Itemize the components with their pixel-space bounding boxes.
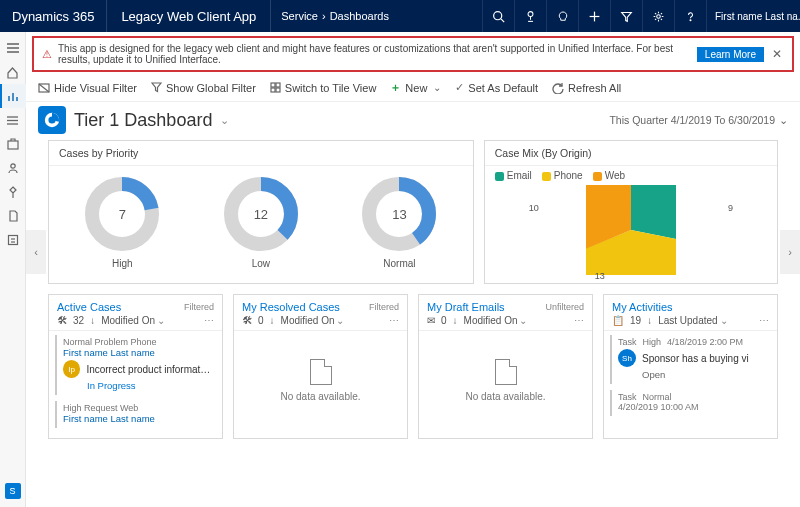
list-item[interactable]: Normal Problem Phone First name Last nam…: [55, 335, 216, 395]
top-nav: Dynamics 365 Legacy Web Client App Servi…: [0, 0, 800, 32]
sort-down-icon[interactable]: ↓: [647, 315, 652, 326]
more-icon[interactable]: ⋯: [389, 315, 399, 326]
panel-title[interactable]: Active Cases: [57, 301, 121, 313]
case-mix-card[interactable]: Case Mix (By Origin) Email Phone Web: [484, 140, 778, 284]
alert-message: This app is designed for the legacy web …: [58, 43, 691, 65]
more-icon[interactable]: ⋯: [204, 315, 214, 326]
clipboard-icon[interactable]: 📋: [612, 315, 624, 326]
sort-down-icon[interactable]: ↓: [270, 315, 275, 326]
page-title: Tier 1 Dashboard: [74, 110, 212, 131]
svg-line-22: [39, 84, 49, 92]
list-item[interactable]: TaskHigh4/18/2019 2:00 PM ShSponsor has …: [610, 335, 771, 384]
app-name[interactable]: Legacy Web Client App: [107, 0, 271, 32]
filter-state: Filtered: [369, 302, 399, 312]
learn-more-button[interactable]: Learn More: [697, 47, 764, 62]
panel-title[interactable]: My Draft Emails: [427, 301, 505, 313]
left-rail: S: [0, 32, 26, 507]
home-icon[interactable]: [0, 60, 26, 84]
search-icon[interactable]: [482, 0, 514, 32]
sort-by-picker[interactable]: Last Updated: [658, 315, 728, 326]
donut-label: Low: [219, 258, 303, 269]
dashboards-icon[interactable]: [0, 84, 26, 108]
user-menu[interactable]: First name Last na...: [706, 0, 800, 32]
case-owner-link[interactable]: First name Last name: [63, 413, 212, 424]
donut-high[interactable]: 7 High: [80, 172, 164, 269]
mail-icon[interactable]: ✉: [427, 315, 435, 326]
cases-icon[interactable]: [0, 204, 26, 228]
scroll-left-button[interactable]: ‹: [26, 230, 46, 274]
donut-normal[interactable]: 13 Normal: [357, 172, 441, 269]
sort-by-picker[interactable]: Modified On: [281, 315, 345, 326]
card-title: Case Mix (By Origin): [485, 141, 777, 166]
swatch-phone: [542, 172, 551, 181]
filter-icon[interactable]: [610, 0, 642, 32]
cases-by-priority-card[interactable]: Cases by Priority 7 High 12 Low 13 Norma: [48, 140, 474, 284]
lightbulb-icon[interactable]: [546, 0, 578, 32]
svg-rect-18: [8, 236, 17, 245]
show-global-filter-button[interactable]: Show Global Filter: [151, 82, 256, 94]
knowledge-icon[interactable]: [0, 180, 26, 204]
set-default-button[interactable]: ✓Set As Default: [455, 81, 538, 94]
gear-icon[interactable]: [642, 0, 674, 32]
pie-chart[interactable]: [586, 185, 676, 275]
svg-point-2: [528, 11, 533, 16]
case-meta: Normal Problem Phone: [63, 337, 212, 347]
dashboard-content: ‹ › Cases by Priority 7 High 12 Low: [26, 140, 800, 439]
date-range-picker[interactable]: This Quarter 4/1/2019 To 6/30/2019⌄: [609, 114, 788, 126]
panel-title[interactable]: My Resolved Cases: [242, 301, 340, 313]
document-icon: [310, 359, 332, 385]
queue-icon[interactable]: [0, 228, 26, 252]
contacts-icon[interactable]: [0, 156, 26, 180]
case-status: In Progress: [87, 380, 212, 391]
menu-icon[interactable]: [0, 36, 26, 60]
record-count: 0: [258, 315, 264, 326]
svg-point-0: [494, 11, 502, 19]
page-title-bar: Tier 1 Dashboard ⌄ This Quarter 4/1/2019…: [26, 102, 800, 140]
breadcrumb[interactable]: Service › Dashboards: [271, 0, 482, 32]
svg-rect-23: [271, 83, 275, 87]
scroll-right-button[interactable]: ›: [780, 230, 800, 274]
donut-low[interactable]: 12 Low: [219, 172, 303, 269]
sitemap-switcher[interactable]: S: [0, 479, 26, 503]
activity-title[interactable]: Sponsor has a buying vi: [642, 353, 749, 364]
sort-by-picker[interactable]: Modified On: [464, 315, 528, 326]
more-icon[interactable]: ⋯: [574, 315, 584, 326]
close-icon[interactable]: ✕: [770, 47, 784, 61]
list-icon[interactable]: [0, 108, 26, 132]
hide-visual-filter-button[interactable]: Hide Visual Filter: [38, 82, 137, 94]
resolved-cases-panel: My Resolved CasesFiltered 🛠0↓Modified On…: [233, 294, 408, 439]
wrench-icon[interactable]: 🛠: [57, 315, 67, 326]
dashboard-picker[interactable]: ⌄: [220, 114, 229, 127]
avatar: Ip: [63, 360, 80, 378]
add-icon[interactable]: [578, 0, 610, 32]
plus-icon: ＋: [390, 80, 401, 95]
accounts-icon[interactable]: [0, 132, 26, 156]
new-button[interactable]: ＋New: [390, 80, 441, 95]
case-owner-link[interactable]: First name Last name: [63, 347, 212, 358]
switch-tile-view-button[interactable]: Switch to Tile View: [270, 82, 377, 94]
case-title[interactable]: Incorrect product informatio...: [86, 364, 212, 375]
svg-point-5: [657, 14, 661, 18]
more-icon[interactable]: ⋯: [759, 315, 769, 326]
list-item[interactable]: TaskNormal 4/20/2019 10:00 AM: [610, 390, 771, 416]
sort-down-icon[interactable]: ↓: [90, 315, 95, 326]
document-icon: [495, 359, 517, 385]
list-item[interactable]: High Request Web First name Last name: [55, 401, 216, 428]
crumb-dashboards[interactable]: Dashboards: [330, 10, 389, 22]
brand[interactable]: Dynamics 365: [0, 0, 107, 32]
help-icon[interactable]: [674, 0, 706, 32]
case-meta: High Request Web: [63, 403, 212, 413]
sort-by-picker[interactable]: Modified On: [101, 315, 165, 326]
filter-state: Filtered: [184, 302, 214, 312]
pie-label-web: 10: [529, 203, 539, 213]
assistant-icon[interactable]: [514, 0, 546, 32]
svg-rect-16: [8, 141, 18, 149]
command-bar: Hide Visual Filter Show Global Filter Sw…: [26, 74, 800, 102]
check-icon: ✓: [455, 81, 464, 94]
crumb-service[interactable]: Service: [281, 10, 318, 22]
wrench-icon[interactable]: 🛠: [242, 315, 252, 326]
warning-icon: ⚠: [42, 48, 52, 61]
panel-title[interactable]: My Activities: [612, 301, 673, 313]
sort-down-icon[interactable]: ↓: [453, 315, 458, 326]
refresh-all-button[interactable]: Refresh All: [552, 82, 621, 94]
